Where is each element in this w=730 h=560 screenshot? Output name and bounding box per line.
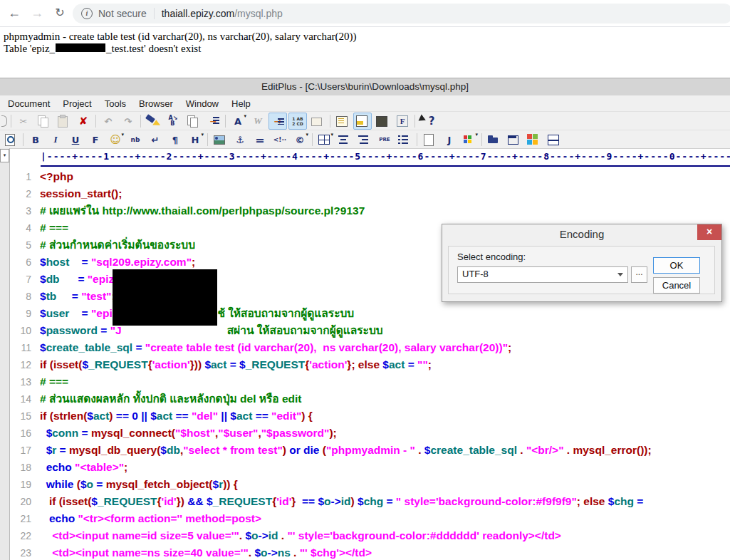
left-margin-strip[interactable] — [0, 148, 10, 560]
find-in-files-icon[interactable] — [184, 113, 202, 130]
output-window-icon[interactable] — [353, 113, 372, 130]
partial-icon[interactable] — [1, 115, 7, 127]
indent-guide-icon[interactable]: → — [268, 113, 287, 130]
hrule-icon[interactable]: = — [251, 131, 269, 148]
anchor-icon[interactable]: ⚓ — [231, 131, 249, 148]
code-line: 22 <td><input name=id size=5 value='". $… — [10, 527, 730, 544]
menu-project[interactable]: Project — [56, 98, 98, 109]
cut-icon[interactable]: ✂ — [14, 113, 33, 130]
code-line: 17 $r = mysql_db_query($db,"select * fro… — [10, 442, 730, 459]
encoding-value: UTF-8 — [462, 269, 489, 279]
replace-icon[interactable]: A↘ B — [164, 113, 182, 130]
line-number: 19 — [10, 479, 31, 490]
toolbar-separator — [330, 115, 330, 128]
info-icon[interactable]: i — [81, 8, 93, 19]
script-icon[interactable]: ✎ — [420, 131, 439, 148]
toolbar-separator — [417, 133, 417, 146]
split-icon[interactable] — [545, 131, 563, 148]
object-icon[interactable] — [460, 131, 479, 148]
forward-icon[interactable]: → — [28, 4, 46, 21]
paragraph-icon[interactable]: ¶ — [166, 131, 184, 148]
url-divider — [154, 8, 155, 19]
code-line: 20 if (isset($_REQUEST{'id'}) && $_REQUE… — [10, 493, 730, 510]
browse-button[interactable]: ... — [631, 266, 647, 283]
reload-icon[interactable]: ↻ — [51, 4, 68, 21]
url-path: /mysql.php — [234, 8, 283, 19]
code-line: 15if (strlen($act) == 0 || $act == "del"… — [10, 408, 730, 425]
underline-icon[interactable]: U — [66, 131, 85, 148]
italic-icon[interactable]: I — [46, 131, 65, 148]
redo-icon[interactable]: ↷ — [119, 113, 137, 130]
java-icon[interactable]: J — [440, 131, 459, 148]
undo-icon[interactable]: ↶ — [99, 113, 118, 130]
menu-window[interactable]: Window — [179, 98, 225, 109]
paste-icon[interactable] — [54, 113, 73, 130]
comment-icon[interactable]: <!·· — [271, 131, 289, 148]
find-icon[interactable] — [144, 113, 162, 130]
ruler-dropdown[interactable]: ▾ — [0, 149, 9, 162]
page-text-line2: Table 'epiz__test.test' doesn't exist — [4, 43, 201, 55]
line-number: 17 — [10, 445, 31, 456]
encoding-select[interactable]: UTF-8 — [457, 266, 628, 283]
menu-browser[interactable]: Browser — [132, 98, 179, 109]
code-line: 14# ส่วนแสดงผลหลัก ทั้งปกติ และหลังกดปุ่… — [10, 390, 730, 408]
menu-tools[interactable]: Tools — [98, 98, 132, 109]
toolbar-separator — [414, 115, 415, 128]
browser-toolbar: ← → ↻ i Not secure thaiall.epizy.com/mys… — [0, 0, 730, 27]
line-number: 3 — [10, 205, 31, 217]
menu-help[interactable]: Help — [225, 98, 257, 109]
code-line: 19 while ($o = mysql_fetch_object($r)) { — [10, 476, 730, 493]
emoticon-icon[interactable]: ☺ — [106, 131, 125, 148]
address-bar[interactable]: i Not secure thaiall.epizy.com/mysql.php — [73, 4, 730, 24]
syntax-icon[interactable]: ✎ — [308, 113, 327, 130]
line-number: 2 — [10, 188, 31, 199]
nbsp-icon[interactable]: nb — [126, 131, 145, 148]
select-encoding-label: Select encoding: — [457, 252, 526, 262]
bold-icon[interactable]: B — [26, 131, 45, 148]
heading-icon[interactable]: H — [186, 131, 204, 148]
toolbar-row1: ✂✘↶↷A↘ B→AW→1 AB 2 CD✎⚒F? — [0, 111, 730, 130]
code-line: 16 $conn = mysql_connect("$host","$user"… — [10, 425, 730, 442]
code-line: 23 <td><input name=ns size=40 value='". … — [10, 544, 730, 560]
chevron-down-icon — [617, 273, 623, 279]
ruler: |----+----1----+----2----+----3----+----… — [0, 148, 730, 167]
title-bar[interactable]: EditPlus - [C:\Users\burin\Downloads\mys… — [0, 78, 730, 95]
font-icon[interactable]: A — [229, 113, 247, 130]
user-tools-icon[interactable]: ⚒ — [373, 113, 392, 130]
font-face-icon[interactable]: F — [86, 131, 105, 148]
view-browser-icon[interactable] — [525, 131, 543, 148]
align-center-icon[interactable] — [335, 131, 354, 148]
document-list-icon[interactable] — [333, 113, 352, 130]
pre-icon[interactable]: PRE — [375, 131, 394, 148]
goto-line-icon[interactable]: → — [204, 113, 222, 130]
table-icon[interactable] — [316, 131, 334, 148]
line-break-icon[interactable]: ↵ — [146, 131, 165, 148]
menu-document[interactable]: Document — [1, 98, 56, 109]
function-list-icon[interactable]: F — [393, 113, 412, 130]
copy-icon[interactable] — [34, 113, 53, 130]
align-right-icon[interactable] — [355, 131, 374, 148]
special-char-icon[interactable]: © — [291, 131, 309, 148]
folder-icon[interactable] — [485, 131, 504, 148]
cancel-button[interactable]: Cancel — [653, 277, 700, 294]
editplus-window: EditPlus - [C:\Users\burin\Downloads\mys… — [0, 78, 730, 560]
back-icon[interactable]: ← — [6, 4, 23, 21]
line-number-icon[interactable]: 1 AB 2 CD — [288, 113, 307, 130]
code-line: 12if (isset($_REQUEST{'action'})) $act =… — [10, 356, 730, 373]
menu-bar: DocumentProjectToolsBrowserWindowHelp — [0, 95, 730, 111]
screen: ← → ↻ i Not secure thaiall.epizy.com/mys… — [0, 0, 730, 560]
browser-preview-icon[interactable] — [1, 131, 20, 148]
toolbar-separator — [95, 115, 96, 128]
toolbar-separator — [312, 133, 313, 146]
context-help-icon[interactable]: ? — [418, 113, 441, 130]
line-number: 8 — [10, 291, 31, 302]
image-icon[interactable] — [211, 131, 229, 148]
line-number: 23 — [10, 547, 31, 559]
frame-icon[interactable] — [505, 131, 523, 148]
toolbar-separator — [481, 133, 482, 146]
word-wrap-icon[interactable]: W — [249, 113, 267, 130]
list-icon[interactable] — [395, 131, 414, 148]
delete-icon[interactable]: ✘ — [74, 113, 93, 130]
ok-button[interactable]: OK — [653, 257, 700, 274]
close-icon[interactable]: × — [697, 224, 721, 240]
